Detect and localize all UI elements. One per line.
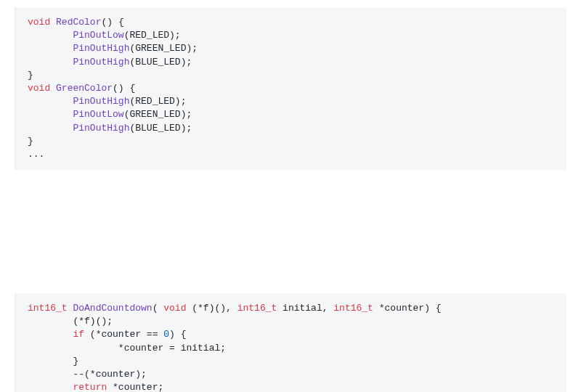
ellipsis: ... [28, 149, 44, 160]
brace-open: { [118, 17, 124, 28]
code-block-led-colors: void RedColor() { PinOutLow(RED_LED); Pi… [15, 7, 566, 170]
arg-blue: (BLUE_LED); [129, 57, 192, 68]
call-pinouthigh: PinOutHigh [73, 57, 129, 68]
call-pinoutlow: PinOutLow [73, 109, 123, 120]
paren: () [113, 83, 124, 94]
keyword-void: void [163, 303, 186, 314]
keyword-void: void [28, 17, 50, 28]
arg-green: (GREEN_LED); [124, 109, 192, 120]
keyword-void: void [28, 83, 50, 94]
func-decl-redcolor: RedColor [56, 17, 101, 28]
assign-counter: *counter = initial; [118, 343, 226, 354]
func-decl-greencolor: GreenColor [56, 83, 113, 94]
arg-red: (RED_LED); [129, 96, 186, 107]
cond-open: (*counter == [84, 329, 163, 340]
blank-gap [0, 170, 581, 293]
cond-close: ) { [169, 329, 186, 340]
keyword-if: if [73, 329, 84, 340]
type-int16: int16_t [237, 303, 277, 314]
paren: () [101, 17, 113, 28]
code-block-countdown: int16_t DoAndCountdown( void (*f)(), int… [15, 293, 566, 392]
call-pinouthigh: PinOutHigh [73, 123, 129, 134]
sig-open: ( [153, 303, 164, 314]
return-expr: *counter; [107, 382, 163, 392]
arg-green: (GREEN_LED); [129, 43, 198, 54]
keyword-return: return [73, 382, 107, 392]
func-decl-doandcountdown: DoAndCountdown [73, 303, 152, 314]
brace-close: } [28, 70, 33, 81]
arg-blue: (BLUE_LED); [129, 123, 192, 134]
call-pinoutlow: PinOutLow [73, 30, 123, 41]
type-int16: int16_t [28, 303, 68, 314]
brace-open: { [129, 83, 135, 94]
call-fptr: (*f)(); [73, 316, 113, 327]
decrement: --(*counter); [73, 369, 146, 380]
brace-close-inner: } [73, 356, 78, 367]
type-int16: int16_t [333, 303, 373, 314]
arg-red: (RED_LED); [124, 30, 181, 41]
call-pinouthigh: PinOutHigh [73, 43, 129, 54]
brace-close: } [28, 136, 33, 147]
sig-counter: *counter) { [373, 303, 442, 314]
literal-zero: 0 [163, 329, 169, 340]
sig-fptr: (*f)(), [186, 303, 237, 314]
sig-initial: initial, [277, 303, 333, 314]
call-pinouthigh: PinOutHigh [73, 96, 129, 107]
